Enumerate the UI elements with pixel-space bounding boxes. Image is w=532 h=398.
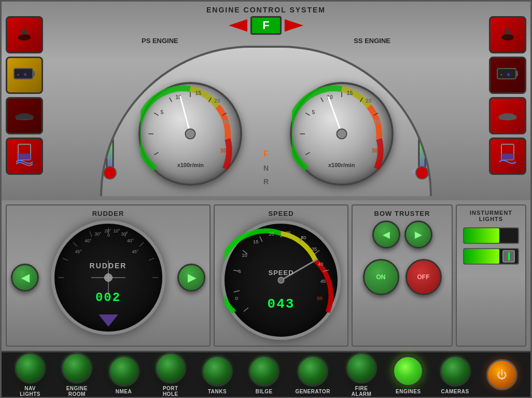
svg-text:5: 5: [161, 109, 164, 115]
svg-line-17: [170, 98, 172, 102]
bottom-nav: NAVLIGHTS ENGINEROOM NMEA PORTHOLE TANKS…: [2, 351, 530, 397]
ss-battery-indicator[interactable]: - +: [489, 57, 526, 94]
svg-line-16: [154, 113, 158, 116]
ss-boat-indicator[interactable]: [489, 97, 526, 134]
light-bar-2: [463, 248, 519, 265]
nav-lights-label: NAVLIGHTS: [20, 386, 40, 397]
bilge-label: BILGE: [256, 389, 273, 394]
svg-text:10: 10: [242, 252, 247, 258]
nmea-circle: [108, 355, 139, 387]
svg-text:40: 40: [318, 261, 324, 267]
svg-text:5: 5: [312, 109, 315, 115]
svg-text:-: -: [17, 71, 19, 78]
svg-text:0: 0: [107, 232, 110, 238]
svg-line-14: [154, 153, 158, 155]
svg-line-83: [260, 237, 262, 242]
gauge-inner: H C: [102, 48, 430, 196]
left-gauge-label: x100r/min: [177, 162, 204, 168]
light-bar-2-toggle[interactable]: [502, 250, 515, 263]
svg-line-79: [244, 308, 248, 311]
svg-text:25: 25: [374, 119, 380, 125]
ss-engine-label: SS ENGINE: [354, 37, 390, 45]
svg-text:20: 20: [366, 98, 372, 104]
engine-room-label: ENGINEROOM: [66, 386, 88, 397]
rudder-panel-title: RUDDER: [11, 210, 205, 217]
svg-text:20: 20: [214, 98, 220, 104]
svg-text:30: 30: [371, 147, 377, 154]
nav-btn-tanks[interactable]: TANKS: [202, 355, 233, 394]
svg-text:C: C: [412, 169, 416, 174]
svg-text:25: 25: [286, 230, 291, 236]
svg-line-29: [305, 153, 310, 155]
ss-oil-indicator[interactable]: [489, 16, 526, 53]
nav-btn-bilge[interactable]: BILGE: [248, 355, 279, 394]
instrument-lights-title: INSTURMENTLIGHTS: [461, 210, 521, 222]
bow-on-button[interactable]: ON: [363, 259, 399, 295]
bow-truster-panel: BOW TRUSTER ◀ ▶ ON OFF: [352, 204, 453, 347]
bow-on-off-row: ON OFF: [357, 259, 447, 295]
left-engine-gauge: 5 10 15 20 25 30 x10: [138, 82, 242, 186]
power-btn-circle: ⏻: [486, 359, 517, 390]
ss-water-indicator[interactable]: [489, 138, 526, 175]
gauge-area: F PS ENGINE SS ENGINE: [47, 16, 485, 196]
svg-text:50: 50: [317, 295, 323, 301]
battery-icon-right: - +: [496, 65, 519, 86]
svg-point-11: [104, 167, 116, 179]
ps-boat-indicator[interactable]: [6, 97, 43, 134]
rudder-digital-display: 002: [95, 291, 121, 305]
svg-text:30: 30: [220, 147, 227, 154]
svg-line-27: [180, 97, 190, 134]
right-indicators: - +: [489, 16, 526, 175]
bow-right-button[interactable]: ▶: [404, 221, 432, 249]
svg-text:45°: 45°: [75, 249, 81, 254]
nav-btn-engine-room[interactable]: ENGINEROOM: [61, 352, 92, 397]
nav-btn-nmea[interactable]: NMEA: [108, 355, 139, 394]
gear-arrow-right[interactable]: [285, 19, 303, 32]
right-engine-gauge: 5 10 15 20 25 30 x10: [290, 82, 394, 186]
svg-point-50: [501, 34, 514, 40]
bow-off-button[interactable]: OFF: [405, 259, 442, 295]
bow-truster-title: BOW TRUSTER: [357, 210, 447, 217]
nav-btn-nav-lights[interactable]: NAVLIGHTS: [15, 352, 46, 397]
rudder-content: ◀: [11, 221, 205, 335]
engine-room-circle: [61, 352, 92, 383]
rudder-dial: 45° 40° 30° 20° 10° 0 45° 40° 30°: [51, 221, 165, 335]
nav-btn-generator[interactable]: GENERATOR: [295, 355, 330, 394]
power-button[interactable]: ⏻: [486, 359, 517, 390]
ps-oil-indicator[interactable]: [6, 16, 43, 53]
fire-alarm-circle: [346, 352, 377, 383]
svg-text:15: 15: [253, 239, 259, 244]
svg-line-42: [328, 98, 342, 134]
nav-btn-fire-alarm[interactable]: FIREALARM: [346, 352, 377, 397]
ps-engine-label: PS ENGINE: [142, 37, 178, 45]
top-main-row: - +: [6, 16, 526, 196]
svg-text:0: 0: [235, 295, 238, 301]
power-icon: ⏻: [497, 369, 507, 381]
nav-btn-cameras[interactable]: CAMERAS: [440, 355, 471, 394]
engine-control-title: ENGINE CONTROL SYSTEM: [6, 6, 526, 14]
bow-left-button[interactable]: ◀: [372, 221, 400, 249]
svg-line-32: [320, 98, 323, 102]
ps-water-indicator[interactable]: [6, 138, 43, 175]
svg-point-51: [506, 29, 510, 33]
rudder-right-arrow-icon: ▶: [188, 271, 195, 284]
svg-text:45°: 45°: [132, 249, 138, 254]
nav-btn-port-hole[interactable]: PORTHOLE: [155, 352, 186, 397]
water-level-icon-right: [497, 143, 518, 170]
right-gauge-wrapper: 5 10 15 20 25 30 x10: [279, 72, 404, 196]
svg-text:H: H: [100, 92, 104, 98]
nav-btn-engines[interactable]: ENGINES: [393, 355, 424, 394]
svg-text:35: 35: [312, 246, 317, 252]
svg-text:30°: 30°: [94, 231, 101, 237]
rudder-left-button[interactable]: ◀: [11, 264, 39, 292]
light-bar-2-fill: [464, 249, 499, 264]
oil-icon: [14, 23, 35, 47]
nmea-label: NMEA: [116, 389, 132, 394]
ps-battery-indicator[interactable]: - +: [6, 57, 43, 94]
svg-text:+: +: [507, 71, 510, 78]
gear-arrow-left[interactable]: [229, 19, 247, 32]
gauge-housing: H C: [100, 46, 432, 196]
rudder-right-button[interactable]: ▶: [177, 264, 205, 292]
fire-alarm-label: FIREALARM: [352, 386, 372, 397]
battery-icon: - +: [13, 65, 36, 86]
